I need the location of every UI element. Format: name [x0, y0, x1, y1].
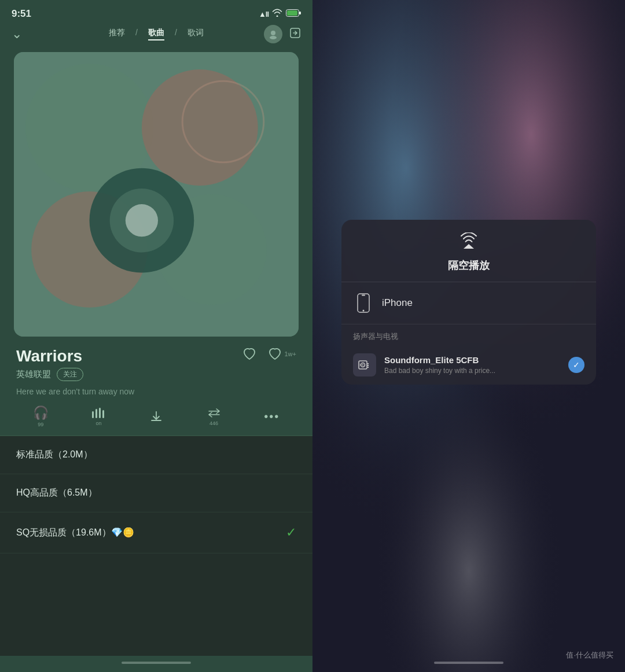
- svg-point-13: [126, 204, 158, 237]
- left-panel: 9:51 ▲ll ⌄ 推荐 / 歌: [0, 0, 312, 672]
- heart-row: 1w+: [242, 347, 297, 361]
- signal-icon: ▲ll: [259, 10, 269, 19]
- speaker-info: Soundform_Elite 5CFB Bad bad boy shiny t…: [384, 355, 568, 375]
- airplay-title: 隔空播放: [448, 259, 490, 272]
- download-button[interactable]: [149, 409, 164, 423]
- collect-button[interactable]: 1w+: [267, 347, 297, 361]
- iphone-label: iPhone: [382, 297, 413, 309]
- back-button[interactable]: ⌄: [12, 27, 22, 42]
- svg-rect-33: [361, 363, 362, 367]
- airplay-icon: [459, 232, 479, 254]
- nav-tabs: 推荐 / 歌曲 / 歌词: [109, 28, 204, 40]
- speaker-name: Soundform_Elite 5CFB: [384, 355, 568, 365]
- right-panel: 隔空播放 iPhone 扬声器与电视: [312, 0, 625, 672]
- speaker-device-row[interactable]: Soundform_Elite 5CFB Bad bad boy shiny t…: [341, 345, 596, 385]
- svg-point-25: [363, 310, 365, 312]
- home-indicator: [122, 662, 191, 664]
- svg-rect-16: [95, 409, 97, 418]
- more-button[interactable]: •••: [264, 410, 280, 423]
- airplay-modal: 隔空播放 iPhone 扬声器与电视: [341, 220, 596, 385]
- status-bar: 9:51 ▲ll: [0, 0, 312, 24]
- quality-sq[interactable]: SQ无损品质（19.6M）💎🪙 ✓: [0, 512, 312, 553]
- quality-sq-label: SQ无损品质（19.6M）💎🪙: [16, 527, 134, 539]
- artist-row: 英雄联盟 关注: [16, 368, 134, 381]
- equalizer-button[interactable]: on: [91, 407, 106, 426]
- svg-point-8: [142, 69, 258, 186]
- svg-rect-1: [287, 10, 297, 16]
- quality-section: 标准品质（2.0M） HQ高品质（6.5M） SQ无损品质（19.6M）💎🪙 ✓: [0, 436, 312, 656]
- share-button[interactable]: [289, 27, 301, 42]
- tab-recommend[interactable]: 推荐: [109, 28, 125, 40]
- svg-rect-24: [362, 295, 365, 296]
- tab-song[interactable]: 歌曲: [148, 28, 164, 40]
- song-lyric: Here we are don't turn away now: [16, 387, 134, 396]
- svg-rect-15: [92, 411, 94, 418]
- song-info: Warriors 英雄联盟 关注 Here we are don't turn …: [0, 347, 312, 405]
- controls-row: 🎧 99 on 446 •••: [0, 405, 312, 436]
- album-art: [14, 52, 299, 337]
- svg-rect-32: [360, 364, 361, 366]
- battery-icon: [286, 9, 301, 19]
- speaker-subtitle: Bad bad boy shiny toy with a price...: [384, 367, 568, 375]
- repeat-button[interactable]: 446: [207, 407, 222, 426]
- follow-button[interactable]: 关注: [57, 368, 83, 381]
- airplay-header: 隔空播放: [341, 220, 596, 282]
- iphone-icon: [353, 293, 374, 313]
- speakers-section-label: 扬声器与电视: [341, 324, 596, 345]
- home-indicator-right: [434, 662, 503, 664]
- watermark-text: 值·什么值得买: [566, 650, 613, 660]
- svg-rect-2: [299, 12, 301, 14]
- artist-name: 英雄联盟: [16, 369, 51, 380]
- like-button[interactable]: [242, 347, 257, 361]
- svg-rect-29: [367, 363, 369, 364]
- wifi-icon: [272, 9, 282, 19]
- status-icons: ▲ll: [259, 9, 301, 19]
- nav-right: [264, 25, 301, 43]
- svg-rect-31: [367, 367, 369, 368]
- song-title: Warriors: [16, 347, 134, 365]
- quality-hq[interactable]: HQ高品质（6.5M）: [0, 474, 312, 512]
- watermark: 值·什么值得买: [566, 650, 613, 660]
- svg-rect-30: [367, 365, 369, 366]
- svg-rect-18: [102, 410, 104, 418]
- collect-count: 1w+: [285, 350, 297, 357]
- user-avatar[interactable]: [264, 25, 282, 43]
- headphone-button[interactable]: 🎧 99: [33, 405, 49, 427]
- svg-point-4: [270, 36, 277, 39]
- svg-point-3: [271, 31, 275, 35]
- status-time: 9:51: [12, 8, 31, 20]
- svg-rect-17: [99, 408, 101, 418]
- svg-rect-23: [358, 294, 369, 312]
- speaker-selected-check: ✓: [568, 357, 584, 373]
- tab-lyric[interactable]: 歌词: [188, 28, 204, 40]
- nav-bar: ⌄ 推荐 / 歌曲 / 歌词: [0, 24, 312, 46]
- quality-selected-icon: ✓: [286, 525, 296, 540]
- speaker-icon: [353, 353, 376, 376]
- svg-point-28: [362, 364, 363, 365]
- iphone-device-row[interactable]: iPhone: [341, 282, 596, 324]
- quality-standard[interactable]: 标准品质（2.0M）: [0, 436, 312, 474]
